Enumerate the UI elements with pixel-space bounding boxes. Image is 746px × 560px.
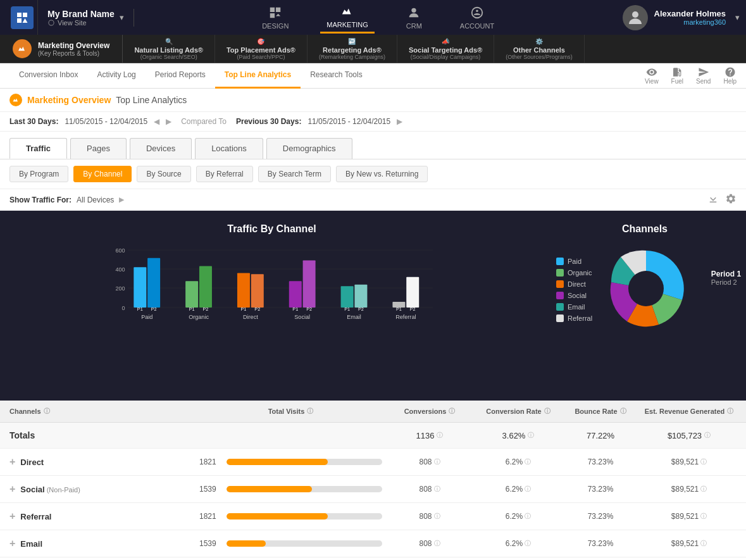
bar-chart-title: Traffic By Channel	[13, 223, 531, 235]
totals-row: Totals 1136 ⓘ 3.62% ⓘ 77.22% $105,723 ⓘ	[0, 423, 746, 449]
pie-chart-title: Channels	[556, 223, 733, 235]
row-revenue-info[interactable]: ⓘ	[700, 485, 707, 494]
pie-legend: Paid Organic Direct Social Email	[556, 258, 592, 322]
prev-date-next-arrow[interactable]: ▶	[397, 117, 402, 126]
brand-section[interactable]: My Brand Name View Site ▾	[38, 9, 134, 27]
visits-info-icon[interactable]: ⓘ	[307, 407, 313, 416]
svg-text:P1: P1	[189, 306, 195, 312]
totals-convrate-info[interactable]: ⓘ	[528, 431, 534, 440]
row-convrate-info[interactable]: ⓘ	[525, 457, 531, 466]
fuel-button[interactable]: Fuel	[671, 66, 683, 85]
sub-tab-by-program[interactable]: By Program	[9, 166, 68, 182]
tab-activity-log[interactable]: Activity Log	[87, 63, 145, 89]
main-tab-traffic[interactable]: Traffic	[9, 138, 67, 159]
row-expand-icon[interactable]: +	[9, 456, 15, 468]
nav-account[interactable]: ACCOUNT	[454, 3, 500, 33]
row-revenue-info[interactable]: ⓘ	[700, 539, 707, 548]
row-convrate-info[interactable]: ⓘ	[525, 485, 531, 494]
row-conv-info[interactable]: ⓘ	[434, 485, 440, 494]
view-site-link[interactable]: View Site	[47, 19, 115, 27]
legend-direct-label: Direct	[568, 280, 586, 288]
download-button[interactable]	[707, 193, 719, 206]
pie-wrapper: Period 1 Period 2	[602, 244, 690, 335]
main-tab-demographics[interactable]: Demographics	[266, 138, 352, 159]
user-name: Alexander Holmes	[654, 9, 726, 18]
row-revenue-info[interactable]: ⓘ	[700, 512, 707, 521]
sec-nav-top-placement[interactable]: 🎯 Top Placement Ads® (Paid Search/PPC)	[215, 35, 308, 63]
bounce-rate-info-icon[interactable]: ⓘ	[620, 407, 626, 416]
main-tab-pages[interactable]: Pages	[70, 138, 127, 159]
row-bar-bg	[227, 486, 382, 492]
revenue-info-icon[interactable]: ⓘ	[727, 407, 733, 416]
nav-design[interactable]: DESIGN	[256, 3, 295, 33]
main-tab-devices[interactable]: Devices	[130, 138, 192, 159]
legend-referral-label: Referral	[568, 314, 592, 322]
last-days-value: 11/05/2015 - 12/04/2015	[65, 117, 147, 126]
nav-marketing[interactable]: MARKETING	[320, 1, 374, 34]
sec-nav-social[interactable]: 📣 Social Targeting Ads® (Social/Display …	[397, 35, 494, 63]
user-chevron-icon: ▾	[735, 13, 740, 22]
tab-conversion-inbox[interactable]: Conversion Inbox	[9, 63, 87, 89]
sub-tab-by-search-term[interactable]: By Search Term	[258, 166, 331, 182]
legend-direct-dot	[556, 280, 564, 288]
sec-nav-retargeting[interactable]: ↩️ Retargeting Ads® (Remarketing Campaig…	[308, 35, 397, 63]
breadcrumb-main: Marketing Overview	[27, 95, 111, 105]
overview-sub: (Key Reports & Tools)	[38, 50, 109, 57]
totals-bounce-rate: 77.22%	[559, 430, 642, 440]
prev-days-label: Previous 30 Days:	[236, 117, 301, 126]
tab-research-tools[interactable]: Research Tools	[301, 63, 372, 89]
overview-title: Marketing Overview	[38, 41, 109, 50]
social-icon: 📣	[442, 38, 449, 45]
row-conv-info[interactable]: ⓘ	[434, 539, 440, 548]
row-expand-icon[interactable]: +	[9, 483, 15, 495]
show-traffic-arrow[interactable]: ▶	[119, 196, 124, 204]
row-bounce-rate: 73.23%	[559, 456, 642, 468]
totals-revenue-info[interactable]: ⓘ	[704, 431, 711, 440]
tab-period-reports[interactable]: Period Reports	[146, 63, 215, 89]
sub-tab-by-referral[interactable]: By Referral	[196, 166, 253, 182]
totals-conv-info[interactable]: ⓘ	[437, 431, 443, 440]
svg-text:P2: P2	[151, 306, 157, 312]
sub-tab-by-channel[interactable]: By Channel	[73, 166, 132, 182]
tab-top-line-analytics[interactable]: Top Line Analytics	[215, 63, 301, 89]
row-bounce-rate: 73.23%	[559, 538, 642, 549]
conversions-info-icon[interactable]: ⓘ	[449, 407, 455, 416]
totals-conversions: 1136 ⓘ	[382, 430, 477, 440]
legend-paid: Paid	[556, 258, 592, 265]
settings-button[interactable]	[725, 193, 737, 206]
show-traffic-bar: Show Traffic For: All Devices ▶	[0, 189, 746, 211]
conv-rate-info-icon[interactable]: ⓘ	[544, 407, 550, 416]
svg-rect-25	[289, 281, 302, 308]
period1-label: Period 1	[711, 270, 741, 278]
view-button[interactable]: View	[645, 66, 659, 85]
legend-organic: Organic	[556, 269, 592, 277]
row-conv-info[interactable]: ⓘ	[434, 512, 440, 521]
overview-nav-item[interactable]: Marketing Overview (Key Reports & Tools)	[0, 35, 123, 63]
nav-crm[interactable]: CRM	[400, 3, 428, 33]
row-conv-info[interactable]: ⓘ	[434, 457, 440, 466]
sec-nav-other[interactable]: ⚙️ Other Channels (Other Sources/Program…	[494, 35, 585, 63]
sub-tabs: By Program By Channel By Source By Refer…	[0, 159, 746, 189]
svg-text:P2: P2	[358, 306, 364, 312]
channels-info-icon[interactable]: ⓘ	[44, 407, 50, 416]
user-section[interactable]: Alexander Holmes marketing360 ▾	[623, 5, 740, 30]
date-next-arrow[interactable]: ▶	[166, 117, 171, 126]
row-revenue-info[interactable]: ⓘ	[700, 457, 707, 466]
main-tab-locations[interactable]: Locations	[195, 138, 263, 159]
sub-tab-by-new-returning[interactable]: By New vs. Returning	[336, 166, 428, 182]
row-convrate-info[interactable]: ⓘ	[525, 539, 531, 548]
legend-email-label: Email	[568, 303, 585, 311]
show-traffic-value[interactable]: All Devices	[77, 196, 114, 204]
pie-content: Paid Organic Direct Social Email	[556, 244, 733, 335]
sub-tab-by-source[interactable]: By Source	[137, 166, 190, 182]
send-button[interactable]: Send	[696, 66, 711, 85]
row-convrate-info[interactable]: ⓘ	[525, 512, 531, 521]
row-bar-bg	[227, 459, 382, 465]
row-expand-icon[interactable]: +	[9, 538, 15, 549]
date-prev-arrow[interactable]: ◀	[154, 117, 159, 126]
row-expand-icon[interactable]: +	[9, 511, 15, 522]
svg-point-0	[412, 8, 416, 12]
help-button[interactable]: Help	[723, 66, 737, 85]
chart-area: Traffic By Channel 600 400 200 0 P1 P2 P…	[0, 211, 746, 401]
sec-nav-natural[interactable]: 🔍 Natural Listing Ads® (Organic Search/S…	[123, 35, 215, 63]
